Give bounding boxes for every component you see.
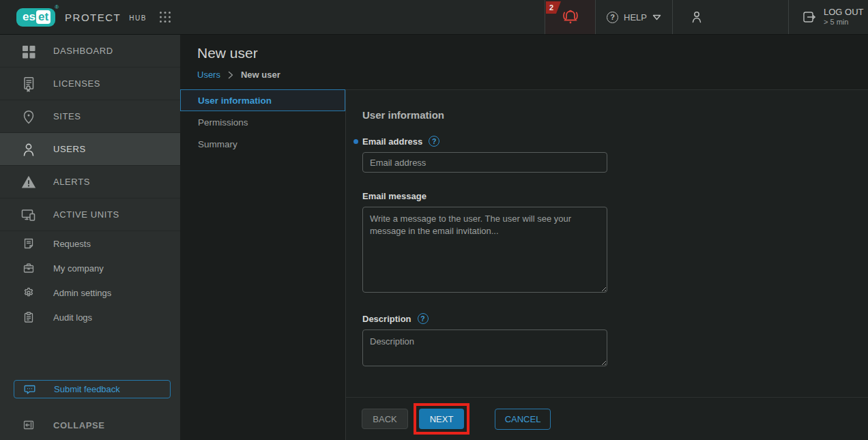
cancel-button[interactable]: CANCEL bbox=[495, 409, 551, 430]
warning-triangle-icon bbox=[20, 174, 37, 190]
sidebar: DASHBOARD LICENSES SITES U bbox=[0, 35, 180, 440]
submit-feedback-button[interactable]: Submit feedback bbox=[14, 380, 171, 398]
collapse-icon bbox=[23, 420, 34, 430]
form-heading: User information bbox=[362, 109, 868, 121]
message-label: Email message bbox=[362, 191, 426, 201]
collapse-button[interactable]: COLLAPSE bbox=[0, 417, 180, 433]
sidebar-item-label: ACTIVE UNITS bbox=[53, 209, 119, 220]
email-message-textarea[interactable] bbox=[362, 207, 607, 293]
gear-icon bbox=[23, 287, 34, 298]
request-note-icon bbox=[23, 238, 34, 249]
tab-label: Permissions bbox=[198, 117, 248, 128]
sidebar-item-label: My company bbox=[53, 263, 104, 274]
page-header: New user Users New user bbox=[180, 35, 868, 89]
required-dot bbox=[353, 139, 358, 144]
sidebar-item-audit-logs[interactable]: Audit logs bbox=[0, 305, 180, 329]
licenses-icon bbox=[20, 76, 37, 92]
app-launcher-icon[interactable] bbox=[159, 11, 171, 23]
submit-feedback-label: Submit feedback bbox=[54, 384, 120, 394]
product-name: PROTECT bbox=[65, 12, 121, 23]
account-button[interactable] bbox=[672, 0, 788, 34]
sidebar-item-licenses[interactable]: LICENSES bbox=[0, 68, 180, 100]
person-icon bbox=[689, 9, 704, 25]
description-label: Description bbox=[362, 314, 411, 324]
wizard-steps: User information Permissions Summary bbox=[180, 89, 345, 440]
message-label-row: Email message bbox=[362, 191, 868, 201]
bell-icon bbox=[559, 5, 582, 29]
devices-icon bbox=[20, 207, 37, 223]
logout-timer: > 5 min bbox=[824, 18, 864, 27]
breadcrumb-users-link[interactable]: Users bbox=[197, 70, 220, 80]
sidebar-item-label: Audit logs bbox=[53, 312, 92, 323]
main-content: New user Users New user User information… bbox=[180, 35, 868, 440]
tab-label: User information bbox=[198, 96, 272, 106]
email-help-icon[interactable]: ? bbox=[429, 136, 439, 147]
sidebar-item-active-units[interactable]: ACTIVE UNITS bbox=[0, 199, 180, 231]
content-row: User information Permissions Summary Use… bbox=[180, 89, 868, 440]
sidebar-item-alerts[interactable]: ALERTS bbox=[0, 166, 180, 199]
next-button[interactable]: NEXT bbox=[419, 409, 464, 429]
tab-user-information[interactable]: User information bbox=[180, 89, 345, 111]
registered-mark: ® bbox=[55, 5, 59, 10]
eset-logo-part2: et bbox=[36, 10, 50, 24]
sidebar-item-label: USERS bbox=[53, 144, 86, 154]
help-label: HELP bbox=[624, 12, 647, 23]
dashboard-icon bbox=[20, 43, 37, 59]
topbar-actions: 2 ? HELP bbox=[545, 0, 868, 34]
collapse-label: COLLAPSE bbox=[53, 420, 105, 430]
map-pin-icon bbox=[20, 108, 37, 125]
sidebar-item-dashboard[interactable]: DASHBOARD bbox=[0, 35, 180, 68]
page-title: New user bbox=[197, 45, 258, 61]
sidebar-item-label: ALERTS bbox=[53, 177, 90, 187]
sidebar-item-sites[interactable]: SITES bbox=[0, 100, 180, 133]
feedback-bubble-icon bbox=[24, 384, 35, 395]
back-button[interactable]: BACK bbox=[362, 409, 408, 429]
sidebar-item-my-company[interactable]: My company bbox=[0, 256, 180, 280]
top-bar: eset ® PROTECT HUB 2 bbox=[0, 0, 868, 35]
sidebar-item-admin-settings[interactable]: Admin settings bbox=[0, 280, 180, 305]
tab-summary[interactable]: Summary bbox=[180, 133, 345, 155]
sidebar-item-requests[interactable]: Requests bbox=[0, 231, 180, 256]
tab-permissions[interactable]: Permissions bbox=[180, 111, 345, 133]
tab-label: Summary bbox=[198, 139, 237, 149]
briefcase-icon bbox=[23, 263, 34, 274]
description-label-row: Description ? bbox=[362, 313, 868, 324]
sidebar-item-label: DASHBOARD bbox=[53, 46, 113, 56]
clipboard-icon bbox=[23, 312, 34, 323]
logout-label: LOG OUT bbox=[824, 7, 864, 18]
email-label: Email address bbox=[362, 136, 422, 147]
sidebar-item-label: Requests bbox=[53, 239, 91, 249]
description-textarea[interactable] bbox=[362, 329, 607, 366]
email-label-row: Email address ? bbox=[362, 136, 868, 147]
user-information-form: User information Email address ? Email m… bbox=[346, 90, 868, 397]
sidebar-item-label: Admin settings bbox=[53, 288, 111, 298]
help-icon: ? bbox=[607, 12, 618, 23]
logout-text: LOG OUT > 5 min bbox=[824, 7, 864, 27]
wizard-footer: BACK NEXT CANCEL bbox=[346, 397, 868, 440]
user-icon bbox=[20, 141, 37, 158]
product-suffix: HUB bbox=[129, 14, 147, 22]
sidebar-bottom: Submit feedback COLLAPSE bbox=[0, 380, 180, 440]
sidebar-item-label: LICENSES bbox=[53, 78, 100, 89]
breadcrumb-chevron-icon bbox=[227, 71, 234, 79]
chevron-down-icon bbox=[652, 14, 661, 20]
next-button-highlight: NEXT bbox=[414, 403, 469, 435]
logout-icon bbox=[802, 10, 817, 25]
brand: eset ® PROTECT HUB bbox=[0, 0, 180, 34]
help-menu[interactable]: ? HELP bbox=[595, 0, 672, 34]
sidebar-item-users[interactable]: USERS bbox=[0, 133, 180, 166]
sidebar-item-label: SITES bbox=[53, 111, 81, 121]
breadcrumb: Users New user bbox=[197, 70, 280, 80]
form-panel: User information Email address ? Email m… bbox=[345, 89, 868, 440]
logout-button[interactable]: LOG OUT > 5 min bbox=[788, 0, 868, 34]
eset-logo: eset ® bbox=[16, 8, 55, 27]
description-help-icon[interactable]: ? bbox=[418, 313, 429, 324]
eset-logo-part1: es bbox=[23, 11, 35, 23]
email-input[interactable] bbox=[362, 152, 607, 173]
notifications-button[interactable]: 2 bbox=[545, 0, 595, 34]
breadcrumb-current: New user bbox=[241, 70, 280, 80]
